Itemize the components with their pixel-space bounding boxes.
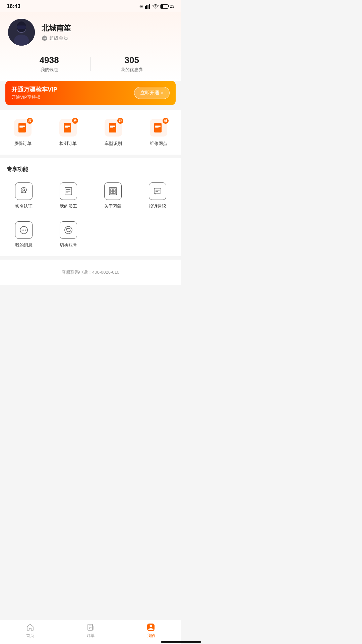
svg-rect-8 xyxy=(17,25,26,29)
my-staff-item[interactable]: 我的员工 xyxy=(47,178,89,215)
svg-text:VIP: VIP xyxy=(43,37,47,40)
profile-text: 北城南笙 VIP 超级会员 xyxy=(42,23,71,41)
warranty-order-icon: 质 xyxy=(13,118,32,137)
status-bar: 16:43 ✳ 23 xyxy=(0,0,181,12)
about-item[interactable]: 关于万疆 xyxy=(92,178,134,215)
about-icon xyxy=(104,182,122,200)
status-icons: ✳ 23 xyxy=(139,4,174,9)
svg-point-40 xyxy=(21,230,22,231)
svg-rect-34 xyxy=(111,192,113,194)
feature-grid: 实名认证 我的员工 xyxy=(0,178,181,254)
exclusive-features-title: 专享功能 xyxy=(0,163,181,178)
complaint-item[interactable]: 投诉建议 xyxy=(136,178,178,215)
car-identify-badge: 证 xyxy=(117,118,123,124)
svg-rect-36 xyxy=(154,188,161,193)
svg-point-26 xyxy=(23,189,25,191)
vip-btn-label: 立即开通 xyxy=(140,90,159,96)
my-message-item[interactable]: 我的消息 xyxy=(3,217,45,254)
svg-rect-32 xyxy=(111,189,113,191)
coupon-value: 305 xyxy=(91,55,173,65)
repair-station-icon: 修 xyxy=(149,118,168,137)
svg-point-42 xyxy=(25,230,26,231)
vip-banner[interactable]: 开通万疆检车VIP 开通VIP享特权 立即开通 > xyxy=(5,81,176,105)
repair-badge: 修 xyxy=(163,118,169,124)
profile-section: 北城南笙 VIP 超级会员 4938 我的钱包 305 我的优惠券 xyxy=(0,12,181,81)
svg-rect-21 xyxy=(110,127,113,128)
exclusive-features-section: 专享功能 实名认证 我的员工 xyxy=(0,158,181,256)
svg-point-43 xyxy=(65,226,72,234)
vip-open-button[interactable]: 立即开通 > xyxy=(134,87,170,99)
my-staff-label: 我的员工 xyxy=(60,203,77,209)
inspect-badge: 检 xyxy=(72,118,78,124)
warranty-label: 质保订单 xyxy=(14,141,32,147)
car-identify-icon: 证 xyxy=(104,118,123,137)
profile-info: 北城南笙 VIP 超级会员 xyxy=(8,19,173,46)
vip-left: 开通万疆检车VIP 开通VIP享特权 xyxy=(11,86,57,100)
quick-grid: 质 质保订单 检 检测订单 xyxy=(0,116,181,152)
footer-contact: 客服联系电话：400-0026-010 xyxy=(0,260,181,285)
repair-label: 维修网点 xyxy=(150,141,167,147)
svg-rect-31 xyxy=(109,187,117,195)
real-name-icon xyxy=(15,182,33,200)
svg-rect-11 xyxy=(19,125,25,125)
member-label: 超级会员 xyxy=(49,35,68,41)
svg-rect-15 xyxy=(65,125,70,125)
battery-icon xyxy=(160,4,168,9)
complaint-label: 投诉建议 xyxy=(149,203,166,209)
wifi-icon xyxy=(153,4,159,9)
vip-title: 开通万疆检车VIP xyxy=(11,86,57,94)
svg-rect-16 xyxy=(65,126,70,127)
about-label: 关于万疆 xyxy=(104,203,122,209)
svg-rect-23 xyxy=(155,125,161,125)
wallet-value: 4938 xyxy=(8,55,90,65)
my-message-icon xyxy=(15,221,33,239)
quick-actions-section: 质 质保订单 检 检测订单 xyxy=(0,110,181,155)
wallet-label: 我的钱包 xyxy=(8,67,90,73)
switch-account-label: 切换账号 xyxy=(60,242,77,248)
svg-rect-24 xyxy=(155,126,161,127)
svg-rect-20 xyxy=(110,126,115,127)
svg-rect-3 xyxy=(149,4,150,9)
status-time: 16:43 xyxy=(7,3,20,9)
bluetooth-icon: ✳ xyxy=(139,4,143,9)
warranty-badge: 质 xyxy=(27,118,33,124)
vip-subtitle: 开通VIP享特权 xyxy=(11,94,57,100)
car-identify-item[interactable]: 证 车型识别 xyxy=(100,118,127,147)
inspect-label: 检测订单 xyxy=(59,141,77,147)
switch-account-item[interactable]: 切换账号 xyxy=(47,217,89,254)
svg-rect-33 xyxy=(113,189,115,191)
svg-rect-1 xyxy=(146,5,147,9)
repair-station-item[interactable]: 修 维修网点 xyxy=(145,118,172,147)
coupon-stat[interactable]: 305 我的优惠券 xyxy=(91,55,173,73)
svg-rect-2 xyxy=(147,5,148,9)
stats-row: 4938 我的钱包 305 我的优惠券 xyxy=(8,55,173,73)
svg-rect-25 xyxy=(155,127,159,128)
my-message-label: 我的消息 xyxy=(15,242,33,248)
real-name-label: 实名认证 xyxy=(15,203,33,209)
signal-icon xyxy=(145,4,151,9)
vip-btn-arrow: > xyxy=(161,90,163,96)
member-badge: VIP 超级会员 xyxy=(42,35,71,41)
inspect-order-icon: 检 xyxy=(59,118,77,137)
svg-rect-13 xyxy=(19,127,23,128)
coupon-label: 我的优惠券 xyxy=(91,67,173,73)
complaint-icon xyxy=(149,182,166,200)
svg-rect-35 xyxy=(113,192,115,194)
warranty-order-item[interactable]: 质 质保订单 xyxy=(9,118,36,147)
member-badge-icon: VIP xyxy=(42,35,48,41)
username: 北城南笙 xyxy=(42,23,71,33)
my-staff-icon xyxy=(60,182,77,200)
svg-point-41 xyxy=(23,230,24,231)
battery-level: 23 xyxy=(170,4,174,9)
inspect-order-item[interactable]: 检 检测订单 xyxy=(55,118,81,147)
svg-rect-17 xyxy=(65,127,68,128)
svg-rect-12 xyxy=(19,126,25,127)
real-name-item[interactable]: 实名认证 xyxy=(3,178,45,215)
svg-rect-19 xyxy=(110,125,115,125)
wallet-stat[interactable]: 4938 我的钱包 xyxy=(8,55,90,73)
svg-rect-0 xyxy=(145,6,146,9)
car-identify-label: 车型识别 xyxy=(105,141,122,147)
contact-label: 客服联系电话：400-0026-010 xyxy=(62,270,119,275)
avatar[interactable] xyxy=(8,19,35,46)
switch-account-icon xyxy=(60,221,77,239)
